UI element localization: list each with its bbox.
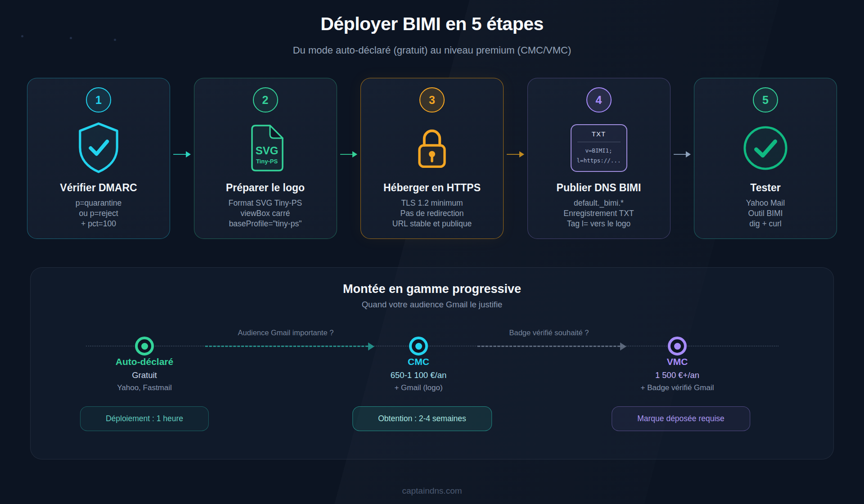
decorative-dot [21,35,23,37]
tier-name: Auto-déclaré [45,356,243,367]
obtention-time-badge: Obtention : 2-4 semaines [352,406,492,431]
tier-auto-declare: Auto-déclaré Gratuit Yahoo, Fastmail [45,356,243,392]
decorative-dot [70,37,72,39]
step-desc-line: viewBox carré [229,208,302,219]
step-card-verifier-dmarc: 1 Vérifier DMARC p=quarantine ou p=rejec… [27,78,170,239]
step-title: Héberger en HTTPS [383,182,481,194]
svg-file-icon-text: SVG [255,144,278,157]
page-title: Déployer BIMI en 5 étapes [0,14,864,35]
arrow-right-icon [670,151,694,158]
timeline-node-dot [674,343,681,350]
step-desc-line: baseProfile="tiny-ps" [229,219,302,229]
step-desc-line: default._bimi.* [563,198,634,208]
dns-txt-record-icon: TXT v=BIMI1; l=https://... [571,120,627,176]
steps-row: 1 Vérifier DMARC p=quarantine ou p=rejec… [27,78,837,239]
step-number-badge: 3 [419,87,445,112]
tier-name: CMC [320,356,518,367]
step-desc-line: Yahoo Mail [746,198,785,208]
dashed-arrow-right-icon [205,343,374,350]
step-title: Tester [750,182,780,194]
step-desc-line: Enregistrement TXT [563,208,634,219]
step-desc-line: URL stable et publique [392,219,472,229]
timeline-node-vmc [668,337,687,356]
step-card-preparer-logo: 2 SVG Tiny-PS Préparer le logo Format SV… [194,78,337,239]
step-desc-line: Tag l= vers le logo [563,219,634,229]
step-card-tester: 5 Tester Yahoo Mail Outil BIMI dig + cur… [694,78,837,239]
step-card-publier-dns: 4 TXT v=BIMI1; l=https://... Publier DNS… [527,78,670,239]
step-title: Vérifier DMARC [60,182,137,194]
upgrade-title: Montée en gamme progressive [31,282,833,296]
step-description: default._bimi.* Enregistrement TXT Tag l… [563,198,634,229]
step-description: p=quarantine ou p=reject + pct=100 [76,198,122,229]
step-desc-line: p=quarantine [76,198,122,208]
svg-file-icon-subtext: Tiny-PS [256,158,277,165]
tier-vmc: VMC 1 500 €+/an + Badge vérifié Gmail [578,356,776,392]
site-url[interactable]: captaindns.com [0,486,864,496]
step-description: TLS 1.2 minimum Pas de redirection URL s… [392,198,472,229]
step-desc-line: Pas de redirection [392,208,472,219]
step-description: Yahoo Mail Outil BIMI dig + curl [746,198,785,229]
upgrade-panel: Montée en gamme progressive Quand votre … [30,267,834,459]
tier-note: + Badge vérifié Gmail [578,383,776,392]
arrow-right-icon [504,151,527,158]
page-subtitle: Du mode auto-déclaré (gratuit) au niveau… [0,45,864,56]
step-desc-line: dig + curl [746,219,785,229]
timeline-node-auto-declare [135,337,154,356]
dns-txt-record-box: TXT v=BIMI1; l=https://... [571,124,627,172]
tier-note: Yahoo, Fastmail [45,383,243,392]
timeline-node-dot [415,343,422,350]
step-title: Préparer le logo [226,182,305,194]
lock-icon [414,120,450,176]
step-desc-line: Outil BIMI [746,208,785,219]
step-description: Format SVG Tiny-PS viewBox carré basePro… [229,198,302,229]
tier-note: + Gmail (logo) [320,383,518,392]
transition-label-badge-verifie: Badge vérifié souhaité ? [509,328,589,337]
step-number-badge: 2 [253,87,278,112]
transition-label-audience-gmail: Audience Gmail importante ? [238,328,334,337]
step-number-badge: 5 [753,87,778,112]
shield-check-icon [76,120,121,176]
decorative-dot [114,39,116,41]
step-number-badge: 4 [586,87,612,112]
dashed-arrow-right-icon [477,343,626,350]
step-desc-line: TLS 1.2 minimum [392,198,472,208]
svg-file-icon: SVG Tiny-PS [248,120,284,176]
tier-price: 650-1 100 €/an [320,370,518,380]
txt-record-code-line: v=BIMI1; [572,146,626,156]
txt-record-label: TXT [572,130,626,138]
step-desc-line: Format SVG Tiny-PS [229,198,302,208]
tier-price: Gratuit [45,370,243,380]
step-number-badge: 1 [86,87,111,112]
arrow-right-icon [170,151,194,158]
txt-record-divider [577,142,621,142]
tier-cmc: CMC 650-1 100 €/an + Gmail (logo) [320,356,518,392]
tier-name: VMC [578,356,776,367]
upgrade-subtitle: Quand votre audience Gmail le justifie [31,300,833,310]
txt-record-code-line: l=https://... [572,156,626,166]
step-title: Publier DNS BIMI [557,182,641,194]
timeline-node-cmc [409,337,428,356]
step-desc-line: ou p=reject [76,208,122,219]
trademark-required-badge: Marque déposée requise [612,406,750,431]
step-card-heberger-https: 3 Héberger en HTTPS TLS 1.2 minimum Pas … [360,78,504,239]
deployment-time-badge: Déploiement : 1 heure [80,406,209,431]
tier-price: 1 500 €+/an [578,370,776,380]
arrow-right-icon [337,151,361,158]
check-circle-icon [742,120,788,176]
step-desc-line: + pct=100 [76,219,122,229]
timeline-node-dot [141,343,148,350]
